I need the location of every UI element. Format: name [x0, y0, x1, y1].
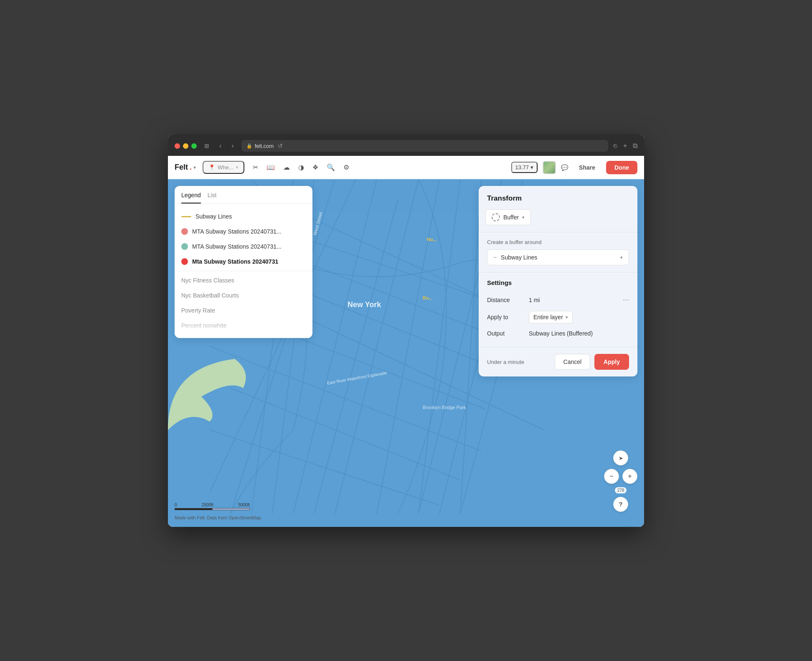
time-estimate: Under a minute	[487, 359, 555, 365]
transform-type-row: Buffer ▾	[479, 209, 637, 232]
distance-more-button[interactable]: ···	[623, 295, 629, 304]
settings-tool-button[interactable]: ⚙	[342, 162, 351, 173]
output-value: Subway Lines (Buffered)	[529, 330, 593, 337]
buffer-dropdown-icon: ▾	[522, 215, 525, 220]
tab-list[interactable]: List	[208, 186, 217, 203]
mta-stations-2-label: MTA Subway Stations 20240731...	[192, 243, 282, 250]
layer-select-button[interactable]: ~ Subway Lines ▾	[487, 249, 629, 265]
sidebar-toggle-button[interactable]: ⊞	[202, 141, 212, 151]
brooklyn-label: Brooklyn Bridge Park	[423, 405, 466, 410]
svg-line-14	[210, 346, 481, 451]
app-toolbar: Felt. ▾ 📍 Whe... ▾ ✂ 📖 ☁ ◑ ❖ 🔍 ⚙ 13.77 ▾…	[168, 156, 644, 179]
tilde-icon: ~	[493, 254, 497, 261]
contrast-tool-button[interactable]: ◑	[297, 162, 306, 173]
map-controls: ➤ − + 278 ?	[604, 450, 637, 512]
output-label: Output	[487, 330, 529, 337]
transform-panel: Transform Buffer ▾ Create a buffer aroun…	[479, 186, 637, 376]
zoom-control[interactable]: 13.77 ▾	[511, 162, 538, 173]
search-dropdown-icon: ▾	[236, 165, 238, 170]
zoom-in-button[interactable]: +	[622, 469, 637, 484]
comment-button[interactable]: 💬	[561, 164, 568, 171]
book-tool-button[interactable]: 📖	[265, 162, 277, 173]
legend-panel: Legend List Subway Lines MTA Subway Stat…	[175, 186, 312, 338]
tab-legend[interactable]: Legend	[181, 186, 201, 203]
buffer-type-button[interactable]: Buffer ▾	[485, 209, 531, 225]
create-buffer-label: Create a buffer around	[487, 239, 629, 245]
transform-layer-section: Create a buffer around ~ Subway Lines ▾	[479, 232, 637, 272]
layer-name: Subway Lines	[501, 254, 537, 261]
new-tab-button[interactable]: +	[623, 142, 627, 150]
address-bar[interactable]: 🔒 felt.com ↺	[241, 140, 608, 152]
footer-actions: Cancel Apply	[555, 354, 629, 370]
map-style-button[interactable]	[543, 161, 556, 174]
transform-footer: Under a minute Cancel Apply	[479, 347, 637, 376]
elevation-badge: 278	[615, 487, 627, 493]
minimize-button[interactable]	[183, 143, 188, 149]
new-york-map-label: New York	[348, 300, 381, 309]
north-label: No...	[427, 237, 437, 242]
search-placeholder: Whe...	[218, 164, 233, 170]
apply-to-value: Entire layer	[533, 314, 563, 320]
cancel-button[interactable]: Cancel	[555, 354, 591, 370]
cut-tool-button[interactable]: ✂	[251, 162, 260, 173]
zoom-out-button[interactable]: −	[604, 469, 619, 484]
refresh-button[interactable]: ↺	[278, 142, 283, 149]
list-item: Nyc Fitness Classes	[175, 273, 312, 288]
apply-to-label: Apply to	[487, 314, 529, 320]
back-button[interactable]: ‹	[217, 141, 224, 150]
legend-fade	[175, 313, 312, 338]
svg-line-7	[419, 179, 460, 514]
apply-button[interactable]: Apply	[594, 354, 629, 370]
legend-divider	[175, 271, 312, 271]
toolbar-tools: ✂ 📖 ☁ ◑ ❖ 🔍 ⚙	[251, 162, 351, 173]
search-tool-button[interactable]: 🔍	[325, 162, 337, 173]
shapes-tool-button[interactable]: ❖	[311, 162, 320, 173]
layer-dropdown-icon: ▾	[620, 255, 623, 260]
svg-line-15	[231, 388, 460, 480]
mta-stations-1-icon	[181, 228, 188, 235]
svg-line-4	[314, 200, 398, 514]
list-item: Mta Subway Stations 20240731	[175, 254, 312, 269]
fullscreen-button[interactable]	[191, 143, 197, 149]
settings-section: Settings Distance 1 mi ··· Apply to Enti…	[479, 272, 637, 347]
navigate-button[interactable]: ➤	[613, 450, 628, 465]
ro-label: Ro...	[423, 295, 433, 300]
distance-row: Distance 1 mi ···	[487, 292, 629, 308]
mta-stations-3-label: Mta Subway Stations 20240731	[192, 258, 278, 265]
fitness-classes-label: Nyc Fitness Classes	[181, 277, 234, 284]
share-button[interactable]: Share	[573, 162, 601, 173]
svg-line-5	[335, 179, 419, 514]
upload-tool-button[interactable]: ☁	[282, 162, 292, 173]
map-attribution: Made with Felt. Data from OpenStreetMap	[175, 515, 261, 520]
url-display: felt.com	[255, 143, 274, 149]
forward-button[interactable]: ›	[229, 141, 236, 150]
subway-lines-label: Subway Lines	[195, 213, 232, 220]
svg-line-8	[460, 179, 481, 514]
basketball-courts-label: Nyc Basketball Courts	[181, 292, 239, 299]
toolbar-right: 13.77 ▾ 💬 Share Done	[511, 161, 637, 174]
list-item: Nyc Basketball Courts	[175, 288, 312, 303]
share-page-button[interactable]: ⎋	[613, 142, 617, 150]
distance-value: 1 mi	[529, 297, 623, 303]
apply-to-row: Apply to Entire layer ▾	[487, 308, 629, 327]
apply-to-dropdown-icon: ▾	[566, 315, 568, 320]
legend-tabs: Legend List	[175, 186, 312, 204]
list-item: MTA Subway Stations 20240731...	[175, 239, 312, 254]
buffer-icon	[492, 213, 500, 221]
zoom-dropdown-icon: ▾	[530, 164, 533, 170]
search-button[interactable]: 📍 Whe... ▾	[203, 161, 244, 174]
felt-logo: Felt. ▾	[175, 163, 196, 172]
done-button[interactable]: Done	[606, 161, 637, 174]
help-button[interactable]: ?	[613, 497, 628, 512]
logo-text: Felt	[175, 163, 188, 172]
close-button[interactable]	[175, 143, 180, 149]
list-item: MTA Subway Stations 20240731...	[175, 224, 312, 239]
traffic-lights	[175, 143, 197, 149]
list-item: Subway Lines	[175, 209, 312, 224]
apply-to-select[interactable]: Entire layer ▾	[529, 311, 573, 323]
lock-icon: 🔒	[246, 143, 252, 149]
tabs-overview-button[interactable]: ⧉	[633, 142, 637, 150]
transform-title: Transform	[479, 186, 637, 209]
location-icon: 📍	[208, 164, 215, 170]
main-content: New York West Street No... Ro... East Ri…	[168, 179, 644, 527]
